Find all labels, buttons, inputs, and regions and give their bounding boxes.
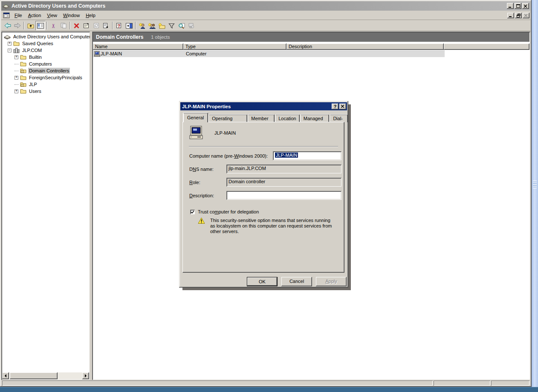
help-button[interactable]: ? [114,21,124,30]
child-minimize-button[interactable] [507,13,514,18]
export-list-icon [103,23,109,29]
tab-general[interactable]: General [183,112,208,122]
expand-icon[interactable]: + [14,55,18,59]
warning-text: This security-sensitive option means tha… [210,218,336,234]
title-bar[interactable]: Active Directory Users and Computers [1,1,530,11]
status-pane-2 [434,380,490,386]
tree-item-computers[interactable]: Computers [14,61,53,67]
show-hide-action-pane-button[interactable] [124,21,134,30]
new-user-button[interactable] [137,21,147,30]
console-icon[interactable] [3,12,10,18]
export-list-button[interactable] [101,21,111,30]
ok-button[interactable]: OK [247,277,278,286]
toolbar-separator [23,22,24,29]
tree-root[interactable]: Active Directory Users and Computer [4,33,92,40]
delete-icon [74,23,79,29]
menu-view[interactable]: View [44,12,60,20]
scrollbar-thumb[interactable] [10,372,58,379]
minimize-button[interactable] [507,3,514,9]
tree-horizontal-scrollbar[interactable] [2,372,89,379]
tree-item-jlp[interactable]: JLP [14,81,38,88]
properties-button[interactable] [81,21,91,30]
expand-icon[interactable]: + [8,42,12,46]
menu-file[interactable]: File [12,12,25,20]
forward-icon [14,23,21,29]
tree-item-foreignsecurityprincipals[interactable]: + ForeignSecurityPrincipals [14,74,83,81]
status-pane-main [2,380,433,386]
menu-window[interactable]: Window [60,12,83,20]
tree-item-domain-controllers[interactable]: Domain Controllers [14,67,70,74]
dialog-title-bar[interactable]: JLP-MAIN Properties ? [180,102,347,110]
filter-icon [168,23,175,29]
toolbar-separator [69,22,70,29]
column-header-description[interactable]: Description [286,43,444,50]
tab-location[interactable]: Location [275,114,300,122]
tree-item-users[interactable]: + Users [14,88,42,95]
app-icon [3,3,9,9]
tab-operating-system[interactable]: Operating System [208,114,247,122]
copy-icon [61,23,67,29]
properties-icon [83,23,90,29]
side-panel-grip[interactable] [533,181,537,188]
tab-managed-by[interactable]: Managed By [300,114,330,122]
cancel-button[interactable]: Cancel [281,277,312,286]
column-header-type[interactable]: Type [183,43,286,50]
tree-connector [14,71,19,71]
dialog-help-button[interactable]: ? [332,104,338,110]
cell-name: JLP-MAIN [101,51,122,56]
computer-name-input[interactable]: JLP-MAIN [273,151,341,160]
expand-icon[interactable]: + [14,76,18,80]
tree-item-saved-queries[interactable]: + Saved Queries [8,40,54,47]
child-restore-button[interactable] [515,13,522,18]
dialog-tabs: General Operating System Member Of Locat… [184,113,348,122]
svg-text:?: ? [118,23,121,29]
tab-dial-in[interactable]: Dial-in [330,114,348,122]
dns-name-field: jlp-main.JLP.COM [226,164,341,173]
tree-connector [14,84,19,85]
expand-icon[interactable]: + [14,89,18,93]
refresh-icon [93,23,99,29]
dialog-close-button[interactable] [339,104,346,110]
find-button[interactable] [176,21,186,30]
new-group-icon [148,23,156,29]
console-tree-panel: Active Directory Users and Computer + Sa… [1,32,90,380]
toolbar: ✂ ? [1,20,530,31]
copy-button [58,21,68,30]
description-input[interactable] [226,191,341,200]
status-bar [1,380,530,386]
trust-delegation-checkbox[interactable] [190,210,195,214]
properties-dialog: JLP-MAIN Properties ? General Operating … [179,101,348,288]
close-button[interactable] [522,3,529,9]
arrow-left-icon [3,374,6,378]
ou-folder-icon [20,82,26,87]
toolbar-separator [135,22,136,29]
toolbar-separator [112,22,113,29]
menu-help[interactable]: Help [83,12,98,20]
scroll-right-button[interactable] [82,372,89,379]
back-icon [4,23,11,29]
tree-item-jlp-com[interactable]: - JLP.COM [8,47,43,54]
back-button[interactable] [3,21,12,30]
filter-button[interactable] [167,21,176,30]
new-group-button[interactable] [147,21,157,30]
show-hide-console-tree-button[interactable] [35,21,45,30]
tree-connector [14,64,19,64]
tree-root-label: Active Directory Users and Computer [12,34,92,40]
delete-button[interactable] [72,21,81,30]
scroll-left-button[interactable] [2,372,9,379]
new-organizational-unit-button[interactable] [157,21,167,30]
tree-item-builtin[interactable]: + Builtin [14,54,43,61]
menu-action[interactable]: Action [25,12,44,20]
aduc-root-icon [4,34,11,40]
maximize-button[interactable] [515,3,521,9]
up-one-level-button[interactable] [26,21,35,30]
column-header-name[interactable]: Name [93,43,183,50]
trust-delegation-label[interactable]: Trust computer for delegation [198,209,259,214]
collapse-icon[interactable]: - [8,49,12,52]
folder-icon [20,55,26,60]
list-row-jlp-main[interactable]: JLP-MAIN Computer [93,50,445,57]
cut-button[interactable]: ✂ [49,21,58,30]
tab-page-general: JLP-MAIN Computer name (pre-Windows 2000… [182,122,344,273]
desktop-bottom-strip [0,387,538,392]
tab-member-of[interactable]: Member Of [248,114,275,122]
